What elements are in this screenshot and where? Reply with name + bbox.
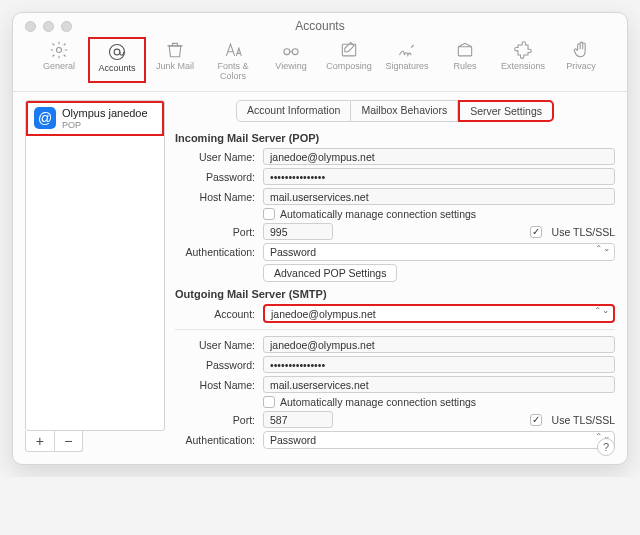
toolbar-extensions[interactable]: Extensions xyxy=(494,37,552,83)
outgoing-pass-input[interactable] xyxy=(263,356,615,373)
outgoing-auth-select[interactable]: Password xyxy=(263,431,615,449)
toolbar-composing[interactable]: Composing xyxy=(320,37,378,83)
incoming-title: Incoming Mail Server (POP) xyxy=(175,132,615,144)
outgoing-host-input[interactable] xyxy=(263,376,615,393)
trash-icon xyxy=(165,40,185,60)
tabs: Account Information Mailbox Behaviors Se… xyxy=(175,100,615,122)
glasses-icon xyxy=(281,40,301,60)
toolbar-signatures[interactable]: Signatures xyxy=(378,37,436,83)
toolbar-label: Extensions xyxy=(494,61,552,71)
svg-point-2 xyxy=(114,49,120,55)
sidebar: @ Olympus janedoe POP + − xyxy=(25,100,165,452)
tab-mailbox-behaviors[interactable]: Mailbox Behaviors xyxy=(351,100,458,122)
toolbar-viewing[interactable]: Viewing xyxy=(262,37,320,83)
outgoing-tls-checkbox[interactable] xyxy=(530,414,542,426)
at-icon xyxy=(107,42,127,62)
toolbar-junk[interactable]: Junk Mail xyxy=(146,37,204,83)
account-text: Olympus janedoe POP xyxy=(62,107,148,130)
account-name: Olympus janedoe xyxy=(62,107,148,120)
window-controls xyxy=(25,21,72,32)
toolbar-general[interactable]: General xyxy=(30,37,88,83)
toolbar: General Accounts Junk Mail Fonts & Color… xyxy=(13,31,627,92)
outgoing-auth-value: Password xyxy=(270,434,316,446)
advanced-pop-button[interactable]: Advanced POP Settings xyxy=(263,264,397,282)
svg-point-4 xyxy=(292,49,298,55)
tab-server-settings[interactable]: Server Settings xyxy=(458,100,554,122)
svg-rect-6 xyxy=(458,47,471,56)
incoming-auto-label: Automatically manage connection settings xyxy=(280,208,476,220)
close-icon[interactable] xyxy=(25,21,36,32)
titlebar: Accounts xyxy=(13,13,627,31)
account-protocol: POP xyxy=(62,120,148,130)
outgoing-pass-label: Password: xyxy=(175,359,263,371)
toolbar-fonts[interactable]: Fonts & Colors xyxy=(204,37,262,83)
toolbar-privacy[interactable]: Privacy xyxy=(552,37,610,83)
outgoing-host-label: Host Name: xyxy=(175,379,263,391)
account-row[interactable]: @ Olympus janedoe POP xyxy=(26,101,164,136)
incoming-tls-label: Use TLS/SSL xyxy=(552,226,615,238)
sidebar-buttons: + − xyxy=(25,431,83,452)
rules-icon xyxy=(455,40,475,60)
outgoing-title: Outgoing Mail Server (SMTP) xyxy=(175,288,615,300)
incoming-user-input[interactable] xyxy=(263,148,615,165)
signature-icon xyxy=(397,40,417,60)
incoming-port-input[interactable] xyxy=(263,223,333,240)
divider xyxy=(175,329,615,330)
font-icon xyxy=(223,40,243,60)
outgoing-account-value: janedoe@olympus.net xyxy=(271,308,376,320)
content: @ Olympus janedoe POP + − Account Inform… xyxy=(13,92,627,454)
compose-icon xyxy=(339,40,359,60)
incoming-port-label: Port: xyxy=(175,226,263,238)
outgoing-auth-label: Authentication: xyxy=(175,434,263,446)
tab-account-information[interactable]: Account Information xyxy=(236,100,351,122)
toolbar-rules[interactable]: Rules xyxy=(436,37,494,83)
incoming-pass-input[interactable] xyxy=(263,168,615,185)
gear-icon xyxy=(49,40,69,60)
minimize-icon[interactable] xyxy=(43,21,54,32)
toolbar-label: Fonts & Colors xyxy=(204,61,262,81)
incoming-auth-label: Authentication: xyxy=(175,246,263,258)
outgoing-auto-checkbox[interactable] xyxy=(263,396,275,408)
hand-icon xyxy=(571,40,591,60)
incoming-tls-checkbox[interactable] xyxy=(530,226,542,238)
outgoing-tls-label: Use TLS/SSL xyxy=(552,414,615,426)
toolbar-label: Composing xyxy=(320,61,378,71)
account-list[interactable]: @ Olympus janedoe POP xyxy=(25,100,165,431)
remove-account-button[interactable]: − xyxy=(54,431,83,451)
add-account-button[interactable]: + xyxy=(26,431,54,451)
toolbar-label: General xyxy=(30,61,88,71)
at-badge-icon: @ xyxy=(34,107,56,129)
toolbar-label: Privacy xyxy=(552,61,610,71)
incoming-user-label: User Name: xyxy=(175,151,263,163)
outgoing-account-select[interactable]: janedoe@olympus.net xyxy=(263,304,615,323)
toolbar-label: Signatures xyxy=(378,61,436,71)
svg-point-0 xyxy=(57,48,62,53)
incoming-auto-checkbox[interactable] xyxy=(263,208,275,220)
incoming-auth-select[interactable]: Password xyxy=(263,243,615,261)
incoming-auth-value: Password xyxy=(270,246,316,258)
svg-point-3 xyxy=(284,49,290,55)
toolbar-label: Junk Mail xyxy=(146,61,204,71)
outgoing-port-input[interactable] xyxy=(263,411,333,428)
toolbar-accounts[interactable]: Accounts xyxy=(88,37,146,83)
toolbar-label: Viewing xyxy=(262,61,320,71)
outgoing-account-label: Account: xyxy=(175,308,263,320)
incoming-pass-label: Password: xyxy=(175,171,263,183)
zoom-icon[interactable] xyxy=(61,21,72,32)
help-button[interactable]: ? xyxy=(597,438,615,456)
preferences-window: Accounts General Accounts Junk Mail Font… xyxy=(12,12,628,465)
puzzle-icon xyxy=(513,40,533,60)
toolbar-label: Accounts xyxy=(90,63,144,73)
outgoing-port-label: Port: xyxy=(175,414,263,426)
toolbar-label: Rules xyxy=(436,61,494,71)
outgoing-user-input[interactable] xyxy=(263,336,615,353)
incoming-host-label: Host Name: xyxy=(175,191,263,203)
window-title: Accounts xyxy=(13,13,627,33)
svg-point-1 xyxy=(110,45,125,60)
outgoing-auto-label: Automatically manage connection settings xyxy=(280,396,476,408)
outgoing-user-label: User Name: xyxy=(175,339,263,351)
main-panel: Account Information Mailbox Behaviors Se… xyxy=(175,100,615,452)
incoming-host-input[interactable] xyxy=(263,188,615,205)
